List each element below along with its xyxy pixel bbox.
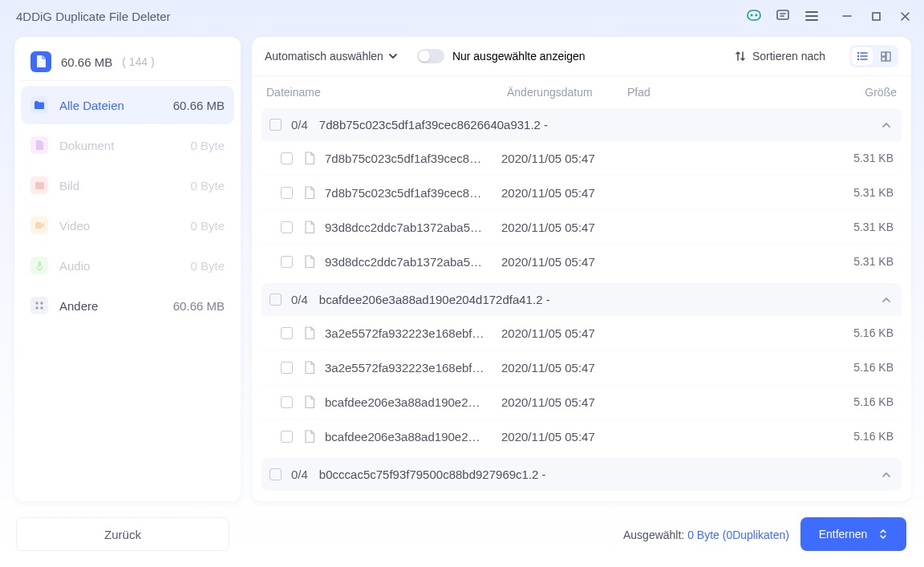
category-value: 0 Byte — [190, 259, 225, 273]
row-size: 5.16 KB — [837, 430, 894, 443]
selection-summary: Ausgewählt: 0 Byte (0Duplikaten) — [623, 528, 789, 541]
row-size: 5.31 KB — [837, 255, 894, 268]
header-date: Änderungsdatum — [507, 86, 627, 99]
row-checkbox[interactable] — [281, 431, 293, 443]
content-panel: Automatisch auswählen Nur ausgewählte an… — [252, 37, 911, 501]
group-ratio: 0/4 — [291, 118, 308, 132]
window-controls — [741, 5, 918, 27]
group-name: 7d8b75c023c5df1af39cec8626640a931.2 - — [319, 118, 548, 132]
group-name: bcafdee206e3a88ad190e204d172dfa41.2 - — [319, 293, 550, 306]
row-checkbox[interactable] — [281, 187, 293, 199]
row-size: 5.16 KB — [837, 361, 894, 374]
row-checkbox[interactable] — [281, 396, 293, 408]
sidebar-category[interactable]: Dokument0 Byte — [21, 126, 234, 164]
sidebar-category[interactable]: Andere60.66 MB — [21, 286, 234, 325]
view-grid-button[interactable] — [875, 47, 896, 65]
svg-rect-3 — [777, 10, 788, 19]
view-toggle — [849, 45, 898, 67]
window-close[interactable] — [892, 5, 918, 27]
file-group: 0/4b0cccac5c75f93f79500c88bd927969c1.2 - — [261, 458, 902, 491]
toolbar: Automatisch auswählen Nur ausgewählte an… — [252, 37, 911, 75]
group-checkbox[interactable] — [270, 119, 282, 131]
row-date: 2020/11/05 05:47 — [501, 255, 636, 269]
row-filename: 93d8dcc2ddc7ab1372aba582... — [325, 255, 485, 269]
file-icon — [302, 326, 317, 340]
file-row[interactable]: 93d8dcc2ddc7ab1372aba582...2020/11/05 05… — [261, 209, 902, 244]
svg-point-10 — [35, 306, 38, 309]
file-icon — [302, 151, 317, 165]
row-filename: 3a2e5572fa932223e168ebf01... — [325, 361, 485, 375]
only-selected-toggle[interactable] — [417, 49, 444, 63]
group-ratio: 0/4 — [291, 468, 308, 481]
window-maximize[interactable] — [863, 5, 889, 27]
titlebar: 4DDiG Duplicate File Deleter — [0, 0, 924, 32]
app-title: 4DDiG Duplicate File Deleter — [16, 10, 171, 23]
sidebar-category[interactable]: Bild0 Byte — [21, 166, 234, 205]
row-size: 5.16 KB — [837, 326, 894, 339]
sort-button[interactable]: Sortieren nach — [735, 50, 825, 63]
row-checkbox[interactable] — [281, 327, 293, 339]
row-filename: bcafdee206e3a88ad190e204d... — [325, 430, 485, 443]
sort-icon — [735, 51, 746, 62]
file-row[interactable]: 7d8b75c023c5df1af39cec862...2020/11/05 0… — [261, 141, 902, 175]
file-row[interactable]: bcafdee206e3a88ad190e204d...2020/11/05 0… — [261, 384, 902, 419]
category-icon — [30, 217, 48, 234]
group-header[interactable]: 0/4b0cccac5c75f93f79500c88bd927969c1.2 - — [261, 458, 902, 491]
row-date: 2020/11/05 05:47 — [501, 326, 636, 340]
svg-rect-0 — [748, 10, 760, 20]
category-value: 0 Byte — [190, 139, 225, 152]
svg-point-12 — [857, 52, 859, 54]
sidebar-total-count: ( 144 ) — [122, 55, 154, 68]
file-row[interactable]: 3a2e5572fa932223e168ebf01...2020/11/05 0… — [261, 350, 902, 384]
svg-point-13 — [857, 55, 859, 57]
svg-rect-6 — [35, 222, 42, 229]
row-date: 2020/11/05 05:47 — [501, 430, 636, 443]
header-filename: Dateiname — [266, 86, 507, 99]
window-minimize[interactable] — [834, 5, 860, 27]
chevron-up-icon[interactable] — [881, 119, 894, 131]
row-size: 5.16 KB — [837, 395, 894, 408]
feedback-icon[interactable] — [770, 5, 796, 27]
row-size: 5.31 KB — [837, 152, 894, 164]
category-name: Andere — [59, 299, 98, 313]
file-list[interactable]: 0/47d8b75c023c5df1af39cec8626640a931.2 -… — [252, 108, 911, 501]
svg-point-14 — [857, 59, 859, 60]
file-row[interactable]: 3a2e5572fa932223e168ebf01...2020/11/05 0… — [261, 316, 902, 350]
view-list-button[interactable] — [852, 47, 873, 65]
row-checkbox[interactable] — [281, 152, 293, 164]
auto-select-dropdown[interactable]: Automatisch auswählen — [265, 50, 398, 63]
row-checkbox[interactable] — [281, 221, 293, 233]
group-checkbox[interactable] — [270, 468, 282, 480]
category-name: Dokument — [59, 139, 114, 152]
menu-icon[interactable] — [799, 5, 825, 27]
row-date: 2020/11/05 05:47 — [501, 361, 636, 375]
category-value: 60.66 MB — [173, 299, 225, 313]
file-icon — [302, 429, 317, 443]
category-icon — [30, 136, 48, 154]
category-name: Audio — [59, 259, 90, 273]
back-button[interactable]: Zurück — [16, 517, 229, 551]
column-headers: Dateiname Änderungsdatum Pfad Größe — [252, 75, 911, 108]
file-row[interactable]: bcafdee206e3a88ad190e204d...2020/11/05 0… — [261, 419, 902, 453]
sidebar-category[interactable]: Audio0 Byte — [21, 246, 234, 285]
chevron-up-icon[interactable] — [881, 469, 894, 480]
row-checkbox[interactable] — [281, 362, 293, 374]
remove-button[interactable]: Entfernen — [800, 517, 906, 551]
assistant-icon[interactable] — [741, 5, 767, 27]
file-icon — [302, 360, 317, 375]
group-checkbox[interactable] — [270, 294, 282, 306]
svg-rect-5 — [35, 182, 44, 189]
sidebar-category[interactable]: Video0 Byte — [21, 206, 234, 245]
row-filename: bcafdee206e3a88ad190e204d... — [325, 395, 485, 409]
svg-rect-7 — [38, 261, 41, 267]
svg-point-9 — [40, 302, 43, 304]
group-header[interactable]: 0/47d8b75c023c5df1af39cec8626640a931.2 - — [261, 108, 902, 141]
file-row[interactable]: 93d8dcc2ddc7ab1372aba582...2020/11/05 05… — [261, 244, 902, 278]
chevron-up-icon[interactable] — [881, 294, 894, 306]
group-header[interactable]: 0/4bcafdee206e3a88ad190e204d172dfa41.2 - — [261, 283, 902, 316]
sidebar-category[interactable]: Alle Dateien60.66 MB — [21, 86, 234, 124]
row-checkbox[interactable] — [281, 256, 293, 268]
row-date: 2020/11/05 05:47 — [501, 221, 636, 234]
file-row[interactable]: 7d8b75c023c5df1af39cec862...2020/11/05 0… — [261, 175, 902, 209]
svg-point-8 — [35, 302, 38, 304]
